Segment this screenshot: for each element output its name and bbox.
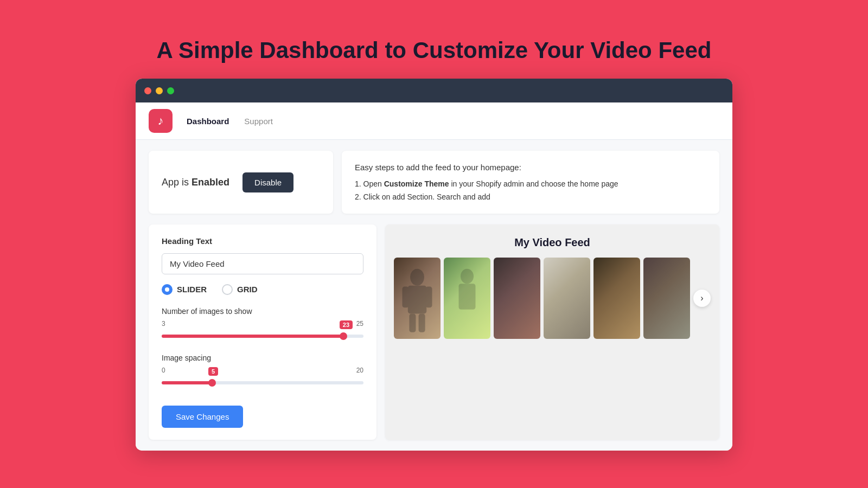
next-button[interactable]: › bbox=[693, 290, 711, 307]
nav-dashboard[interactable]: Dashboard bbox=[186, 114, 230, 128]
preview-panel: My Video Feed bbox=[385, 224, 719, 440]
status-bold: Enabled bbox=[192, 177, 229, 188]
images-slider-meta: 3 25 bbox=[162, 320, 363, 328]
spacing-min: 0 bbox=[162, 367, 165, 374]
instructions-title: Easy steps to add the feed to your homep… bbox=[355, 160, 706, 175]
grid-radio[interactable] bbox=[222, 284, 233, 295]
spacing-slider-track: 5 bbox=[162, 381, 363, 384]
spacing-slider-wrapper: 5 bbox=[162, 376, 363, 389]
grid-option[interactable]: GRID bbox=[222, 284, 258, 295]
spacing-slider-fill bbox=[162, 381, 212, 384]
minimize-dot[interactable] bbox=[156, 87, 163, 94]
images-max: 25 bbox=[356, 320, 363, 328]
bottom-row: Heading Text SLIDER GRID Number of image bbox=[149, 224, 719, 440]
images-slider-badge: 23 bbox=[340, 320, 353, 329]
instructions-card: Easy steps to add the feed to your homep… bbox=[342, 151, 719, 213]
svg-point-0 bbox=[410, 268, 424, 285]
svg-rect-7 bbox=[459, 284, 476, 309]
video-thumb-4 bbox=[544, 258, 590, 339]
save-changes-button[interactable]: Save Changes bbox=[162, 406, 243, 428]
spacing-slider-badge: 5 bbox=[208, 367, 218, 376]
images-slider-section: Number of images to show 3 25 23 bbox=[162, 307, 363, 343]
logo-icon: ♪ bbox=[158, 114, 164, 128]
svg-rect-5 bbox=[419, 313, 425, 332]
heading-text-label: Heading Text bbox=[162, 236, 363, 246]
svg-rect-1 bbox=[408, 285, 426, 313]
spacing-slider-meta: 0 20 bbox=[162, 367, 363, 374]
spacing-slider-thumb[interactable]: 5 bbox=[208, 379, 216, 387]
slider-label: SLIDER bbox=[177, 285, 207, 294]
images-slider-wrapper: 23 bbox=[162, 330, 363, 343]
svg-rect-3 bbox=[425, 286, 432, 307]
spacing-slider-section: Image spacing 0 20 5 bbox=[162, 354, 363, 389]
video-thumb-6 bbox=[643, 258, 690, 339]
slider-option[interactable]: SLIDER bbox=[162, 284, 207, 295]
spacing-max: 20 bbox=[356, 367, 363, 374]
images-slider-fill bbox=[162, 335, 343, 338]
video-thumb-3 bbox=[494, 258, 540, 339]
images-slider-track: 23 bbox=[162, 335, 363, 338]
svg-point-6 bbox=[461, 268, 474, 284]
status-row: App is Enabled Disable Easy steps to add… bbox=[149, 151, 719, 213]
images-min: 3 bbox=[162, 320, 165, 328]
video-thumb-2 bbox=[444, 258, 490, 339]
fullscreen-dot[interactable] bbox=[167, 87, 174, 94]
grid-label: GRID bbox=[237, 285, 258, 294]
preview-title: My Video Feed bbox=[394, 236, 711, 249]
close-dot[interactable] bbox=[144, 87, 151, 94]
disable-button[interactable]: Disable bbox=[242, 172, 293, 192]
video-grid: › bbox=[394, 258, 711, 339]
next-icon: › bbox=[700, 293, 703, 303]
heading-text-input[interactable] bbox=[162, 253, 363, 274]
instructions-step1: 1. Open Customize Theme in your Shopify … bbox=[355, 178, 706, 191]
video-thumb-5 bbox=[593, 258, 640, 339]
main-content: App is Enabled Disable Easy steps to add… bbox=[136, 140, 732, 450]
spacing-slider-label: Image spacing bbox=[162, 354, 363, 362]
titlebar bbox=[136, 79, 732, 102]
images-slider-thumb[interactable]: 23 bbox=[340, 332, 347, 340]
svg-rect-2 bbox=[402, 286, 409, 307]
images-slider-label: Number of images to show bbox=[162, 307, 363, 316]
layout-options: SLIDER GRID bbox=[162, 284, 363, 295]
status-text: App is Enabled bbox=[162, 177, 229, 188]
video-thumb-1 bbox=[394, 258, 441, 339]
app-window: ♪ Dashboard Support App is Enabled Disab… bbox=[136, 79, 732, 450]
instructions-step2: 2. Click on add Section. Search and add bbox=[355, 191, 706, 204]
app-logo: ♪ bbox=[149, 109, 173, 133]
status-card: App is Enabled Disable bbox=[149, 151, 333, 213]
nav-support[interactable]: Support bbox=[243, 114, 274, 128]
settings-panel: Heading Text SLIDER GRID Number of image bbox=[149, 224, 376, 440]
page-title: A Simple Dashboard to Customize Your Vid… bbox=[157, 37, 712, 63]
svg-rect-4 bbox=[409, 313, 416, 332]
slider-radio[interactable] bbox=[162, 284, 173, 295]
navbar: ♪ Dashboard Support bbox=[136, 102, 732, 140]
